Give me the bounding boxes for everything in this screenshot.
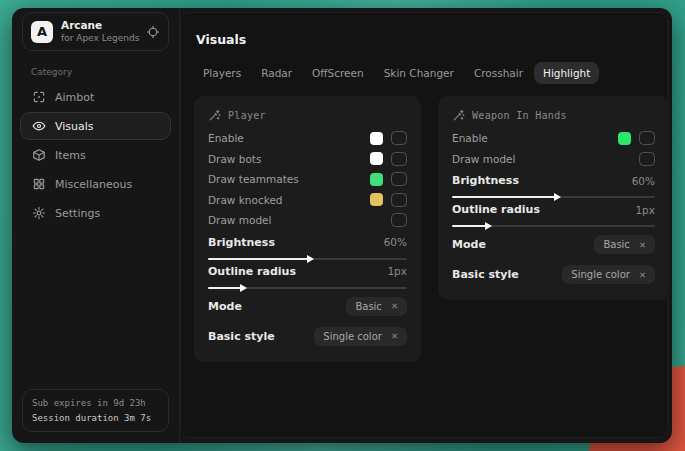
sidebar-item-miscellaneous[interactable]: Miscellaneous: [20, 170, 171, 198]
app-meta: Arcane for Apex Legends: [61, 19, 138, 44]
sidebar: A Arcane for Apex Legends Category Aimbo…: [12, 8, 180, 443]
slider-label: Brightness: [208, 236, 275, 249]
checkbox[interactable]: [639, 152, 655, 166]
tab-highlight[interactable]: Highlight: [534, 62, 599, 84]
slider[interactable]: [452, 196, 655, 198]
select-tag[interactable]: Single color✕: [562, 265, 655, 284]
checkbox[interactable]: [391, 152, 407, 166]
color-swatch[interactable]: [370, 152, 383, 165]
toggle-row: Draw model: [208, 210, 407, 231]
tab-players[interactable]: Players: [194, 62, 250, 84]
slider-thumb[interactable]: [554, 193, 561, 201]
slider-row: Brightness60%: [208, 236, 407, 260]
slider-head: Outline radius1px: [208, 265, 407, 278]
select-label: Mode: [208, 300, 242, 313]
toggle-row: Draw bots: [208, 149, 407, 170]
sidebar-item-visuals[interactable]: Visuals: [20, 112, 171, 140]
gear-icon: [32, 206, 46, 220]
slider-label: Outline radius: [452, 203, 540, 216]
toggle-label: Enable: [208, 132, 244, 144]
slider-fill: [452, 196, 556, 198]
slider-value: 1px: [387, 265, 407, 277]
sub-expires-text: Sub expires in 9d 23h: [32, 398, 159, 408]
sidebar-item-label: Aimbot: [55, 91, 94, 104]
toggle-row: Enable: [452, 128, 655, 149]
toggle-controls: [370, 193, 407, 207]
panel-title: Weapon In Hands: [472, 110, 567, 121]
select-row: ModeBasic✕: [452, 232, 655, 257]
sidebar-item-label: Settings: [55, 207, 100, 220]
toggle-controls: [391, 213, 407, 227]
slider-thumb[interactable]: [307, 255, 314, 263]
tab-skin-changer[interactable]: Skin Changer: [375, 62, 463, 84]
slider-thumb[interactable]: [240, 284, 247, 292]
select-tag[interactable]: Basic✕: [594, 235, 655, 254]
checkbox[interactable]: [391, 193, 407, 207]
remove-tag-icon[interactable]: ✕: [639, 270, 646, 280]
color-swatch[interactable]: [370, 173, 383, 186]
panel-weapon-in-hands: Weapon In HandsEnableDraw modelBrightnes…: [438, 96, 669, 300]
slider[interactable]: [208, 258, 407, 260]
session-duration-text: Session duration 3m 7s: [32, 413, 159, 423]
remove-tag-icon[interactable]: ✕: [391, 331, 398, 341]
slider-value: 60%: [384, 236, 407, 248]
toggle-controls: [639, 152, 655, 166]
select-row: Basic styleSingle color✕: [452, 262, 655, 287]
category-label: Category: [31, 67, 179, 77]
slider-value: 1px: [635, 204, 655, 216]
select-row: ModeBasic✕: [208, 294, 407, 319]
select-label: Mode: [452, 238, 486, 251]
tab-crosshair[interactable]: Crosshair: [465, 62, 532, 84]
subscription-info-card: Sub expires in 9d 23h Session duration 3…: [22, 389, 169, 432]
slider-row: Brightness60%: [452, 174, 655, 198]
toggle-controls: [618, 131, 655, 145]
toggle-controls: [370, 172, 407, 186]
remove-tag-icon[interactable]: ✕: [639, 240, 646, 250]
select-label: Basic style: [208, 330, 275, 343]
tag-value: Basic: [355, 301, 381, 312]
app-title: Arcane: [61, 19, 138, 33]
slider-thumb[interactable]: [485, 222, 492, 230]
panel-header: Player: [208, 106, 407, 128]
toggle-label: Draw model: [208, 214, 271, 226]
sidebar-nav: AimbotVisualsItemsMiscellaneousSettings: [20, 83, 171, 227]
sidebar-item-aimbot[interactable]: Aimbot: [20, 83, 171, 111]
slider-head: Outline radius1px: [452, 203, 655, 216]
slider-row: Outline radius1px: [452, 203, 655, 227]
remove-tag-icon[interactable]: ✕: [391, 301, 398, 311]
checkbox[interactable]: [391, 172, 407, 186]
toggle-row: Draw teammates: [208, 169, 407, 190]
cube-icon: [32, 148, 46, 162]
toggle-label: Draw teammates: [208, 173, 299, 185]
toggle-row: Draw knocked: [208, 190, 407, 211]
select-tag[interactable]: Basic✕: [346, 297, 407, 316]
sidebar-item-items[interactable]: Items: [20, 141, 171, 169]
app-window: A Arcane for Apex Legends Category Aimbo…: [12, 8, 672, 443]
toggle-label: Draw knocked: [208, 194, 283, 206]
sidebar-item-settings[interactable]: Settings: [20, 199, 171, 227]
aimbot-crosshair-icon: [32, 90, 46, 104]
wand-icon: [208, 109, 221, 122]
tab-radar[interactable]: Radar: [252, 62, 301, 84]
checkbox[interactable]: [391, 213, 407, 227]
checkbox[interactable]: [391, 131, 407, 145]
app-subtitle: for Apex Legends: [61, 33, 138, 45]
slider-fill: [208, 287, 242, 289]
slider[interactable]: [452, 225, 655, 227]
select-tag[interactable]: Single color✕: [314, 327, 407, 346]
toggle-label: Draw model: [452, 153, 515, 165]
slider-head: Brightness60%: [208, 236, 407, 249]
color-swatch[interactable]: [618, 132, 631, 145]
color-swatch[interactable]: [370, 193, 383, 206]
target-icon[interactable]: [146, 25, 160, 39]
slider[interactable]: [208, 287, 407, 289]
sidebar-item-label: Visuals: [55, 120, 94, 133]
color-swatch[interactable]: [370, 132, 383, 145]
tab-offscreen[interactable]: OffScreen: [303, 62, 373, 84]
toggle-controls: [370, 131, 407, 145]
app-header-card: A Arcane for Apex Legends: [22, 12, 169, 51]
tag-value: Single color: [571, 269, 630, 280]
checkbox[interactable]: [639, 131, 655, 145]
select-label: Basic style: [452, 268, 519, 281]
toggle-controls: [370, 152, 407, 166]
